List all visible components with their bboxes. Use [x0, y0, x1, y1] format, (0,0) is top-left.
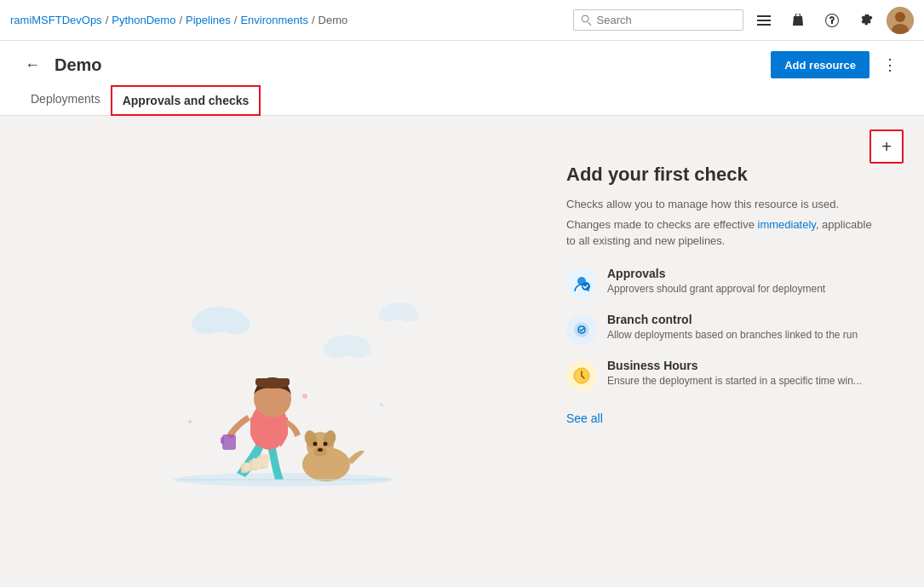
branch-control-icon	[566, 314, 597, 345]
breadcrumb-pythondemo[interactable]: PythonDemo	[112, 14, 175, 26]
back-button[interactable]: ←	[20, 53, 44, 77]
svg-point-11	[399, 308, 419, 322]
business-hours-icon	[566, 360, 597, 391]
page-title: Demo	[55, 55, 102, 75]
nav-right	[573, 7, 914, 34]
shopping-bag-icon	[791, 14, 805, 27]
svg-point-10	[378, 308, 399, 322]
plus-button-container: +	[869, 129, 904, 164]
see-all-link[interactable]: See all	[566, 411, 603, 425]
breadcrumb-pipelines[interactable]: Pipelines	[186, 14, 231, 26]
business-hours-name: Business Hours	[607, 359, 862, 372]
check-item-approvals: Approvals Approvers should grant approva…	[566, 267, 883, 299]
tab-deployments[interactable]: Deployments	[20, 85, 111, 115]
branch-control-name: Branch control	[607, 313, 858, 326]
svg-point-8	[346, 341, 371, 358]
empty-state-illustration	[135, 268, 433, 507]
svg-point-1	[895, 12, 905, 22]
search-icon	[581, 14, 592, 26]
user-avatar-image	[887, 7, 914, 34]
search-box[interactable]	[573, 9, 743, 31]
branch-control-info: Branch control Allow deployments based o…	[607, 313, 858, 342]
branch-control-description: Allow deployments based on branches link…	[607, 328, 858, 342]
svg-point-24	[313, 441, 317, 446]
approvals-info: Approvals Approvers should grant approva…	[607, 267, 825, 296]
settings-icon	[859, 14, 873, 27]
add-first-check-title: Add your first check	[566, 164, 883, 186]
checks-description-2: Changes made to checks are effective imm…	[566, 216, 883, 250]
add-check-button[interactable]: +	[869, 129, 904, 164]
tabs-row: Deployments Approvals and checks	[20, 85, 904, 115]
help-circle-icon	[825, 14, 839, 27]
settings-icon-button[interactable]	[852, 7, 880, 34]
business-hours-description: Ensure the deployment is started in a sp…	[607, 374, 862, 388]
svg-rect-32	[243, 462, 250, 470]
check-item-branch-control: Branch control Allow deployments based o…	[566, 313, 883, 345]
task-list-icon-button[interactable]	[750, 7, 778, 34]
svg-point-4	[192, 314, 222, 334]
breadcrumb-ramimsftdevops[interactable]: ramiMSFTDevOps	[10, 14, 102, 26]
svg-point-34	[188, 420, 192, 423]
page-header: ← Demo Add resource ⋮ Deployments Approv…	[0, 41, 924, 116]
svg-rect-18	[221, 437, 224, 444]
header-actions: Add resource ⋮	[771, 51, 904, 78]
breadcrumb-current: Demo	[319, 14, 348, 26]
svg-rect-16	[255, 378, 290, 385]
svg-rect-30	[251, 458, 261, 469]
business-hours-info: Business Hours Ensure the deployment is …	[607, 359, 862, 388]
svg-point-33	[302, 394, 307, 399]
more-options-button[interactable]: ⋮	[876, 51, 904, 78]
check-item-business-hours: Business Hours Ensure the deployment is …	[566, 359, 883, 391]
task-list-icon	[757, 14, 771, 27]
top-navigation: ramiMSFTDevOps / PythonDemo / Pipelines …	[0, 0, 924, 41]
illustration-area	[20, 129, 546, 587]
svg-point-35	[380, 403, 383, 406]
approvals-icon	[566, 268, 597, 299]
svg-point-7	[324, 341, 349, 358]
svg-rect-17	[222, 434, 236, 450]
page-title-row: ← Demo Add resource ⋮	[20, 41, 904, 85]
approvals-name: Approvals	[607, 267, 825, 280]
add-resource-button[interactable]: Add resource	[771, 51, 869, 78]
svg-point-25	[323, 441, 327, 446]
svg-point-5	[220, 314, 250, 334]
right-panel: Add your first check Checks allow you to…	[546, 129, 904, 587]
svg-rect-28	[259, 453, 269, 467]
search-input[interactable]	[597, 14, 736, 26]
breadcrumb-environments[interactable]: Environments	[240, 14, 307, 26]
checks-description-1: Checks allow you to manage how this reso…	[566, 196, 883, 213]
approvals-description: Approvers should grant approval for depl…	[607, 282, 825, 296]
avatar[interactable]	[887, 7, 914, 34]
basket-icon-button[interactable]	[784, 7, 812, 34]
tab-approvals-and-checks[interactable]: Approvals and checks	[111, 85, 261, 116]
breadcrumb: ramiMSFTDevOps / PythonDemo / Pipelines …	[10, 14, 573, 26]
main-content: +	[0, 116, 924, 587]
svg-point-26	[318, 448, 323, 452]
page-title-left: ← Demo	[20, 53, 102, 77]
help-icon-button[interactable]	[818, 7, 846, 34]
